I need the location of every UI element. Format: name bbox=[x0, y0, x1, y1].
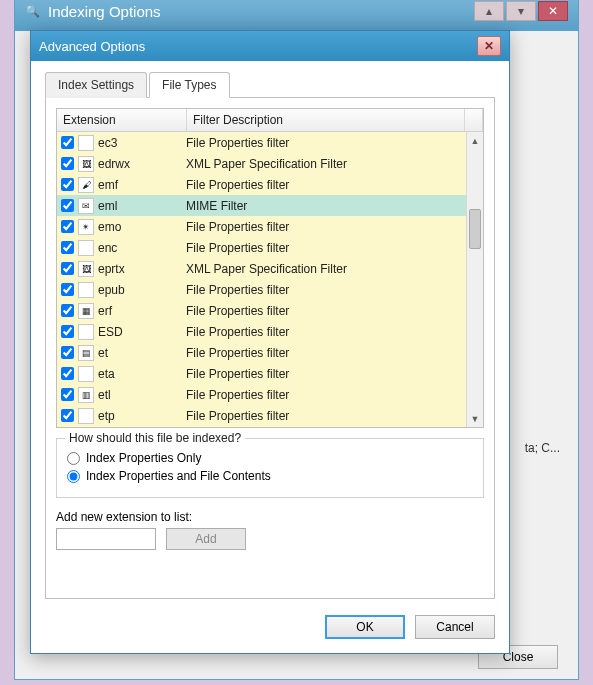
dialog-footer: OK Cancel bbox=[31, 605, 509, 653]
row-description: File Properties filter bbox=[178, 409, 483, 423]
row-checkbox[interactable] bbox=[61, 346, 74, 359]
row-description: XML Paper Specification Filter bbox=[178, 262, 483, 276]
tab-index-settings[interactable]: Index Settings bbox=[45, 72, 147, 98]
row-extension: etp bbox=[98, 409, 178, 423]
row-extension: ec3 bbox=[98, 136, 178, 150]
scroll-thumb[interactable] bbox=[469, 209, 481, 249]
row-description: File Properties filter bbox=[178, 325, 483, 339]
row-checkbox[interactable] bbox=[61, 304, 74, 317]
radio-properties-only-input[interactable] bbox=[67, 452, 80, 465]
row-checkbox[interactable] bbox=[61, 262, 74, 275]
row-extension: emf bbox=[98, 178, 178, 192]
row-extension: enc bbox=[98, 241, 178, 255]
tab-file-types[interactable]: File Types bbox=[149, 72, 229, 98]
search-icon: 🔍 bbox=[25, 4, 40, 18]
add-extension-input[interactable] bbox=[56, 528, 156, 550]
file-icon: 🖼 bbox=[78, 156, 94, 172]
row-extension: eta bbox=[98, 367, 178, 381]
row-checkbox[interactable] bbox=[61, 220, 74, 233]
list-item[interactable]: ▤etFile Properties filter bbox=[57, 342, 483, 363]
row-description: XML Paper Specification Filter bbox=[178, 157, 483, 171]
add-extension-label: Add new extension to list: bbox=[56, 510, 484, 524]
file-icon: ▥ bbox=[78, 387, 94, 403]
row-checkbox[interactable] bbox=[61, 178, 74, 191]
list-item[interactable]: 🖌emfFile Properties filter bbox=[57, 174, 483, 195]
row-checkbox[interactable] bbox=[61, 325, 74, 338]
row-checkbox[interactable] bbox=[61, 367, 74, 380]
file-icon: ✉ bbox=[78, 198, 94, 214]
list-item[interactable]: ESDFile Properties filter bbox=[57, 321, 483, 342]
row-description: File Properties filter bbox=[178, 283, 483, 297]
row-checkbox[interactable] bbox=[61, 283, 74, 296]
row-extension: emo bbox=[98, 220, 178, 234]
scroll-track[interactable] bbox=[467, 149, 483, 410]
list-item[interactable]: ▦erfFile Properties filter bbox=[57, 300, 483, 321]
close-icon[interactable]: ✕ bbox=[477, 36, 501, 56]
file-icon bbox=[78, 240, 94, 256]
row-description: File Properties filter bbox=[178, 241, 483, 255]
row-extension: eprtx bbox=[98, 262, 178, 276]
truncated-text: ta; C... bbox=[525, 441, 560, 455]
radio-properties-only-label: Index Properties Only bbox=[86, 451, 201, 465]
list-item[interactable]: etpFile Properties filter bbox=[57, 405, 483, 426]
row-extension: etl bbox=[98, 388, 178, 402]
scrollbar[interactable]: ▲ ▼ bbox=[466, 132, 483, 427]
row-extension: ESD bbox=[98, 325, 178, 339]
row-extension: erf bbox=[98, 304, 178, 318]
row-checkbox[interactable] bbox=[61, 388, 74, 401]
row-checkbox[interactable] bbox=[61, 241, 74, 254]
ok-button[interactable]: OK bbox=[325, 615, 405, 639]
row-checkbox[interactable] bbox=[61, 199, 74, 212]
radio-properties-and-contents[interactable]: Index Properties and File Contents bbox=[67, 469, 473, 483]
column-extension[interactable]: Extension bbox=[57, 109, 187, 131]
row-description: File Properties filter bbox=[178, 178, 483, 192]
advanced-options-dialog: Advanced Options ✕ Index Settings File T… bbox=[30, 30, 510, 654]
list-item[interactable]: ec3File Properties filter bbox=[57, 132, 483, 153]
radio-properties-and-contents-label: Index Properties and File Contents bbox=[86, 469, 271, 483]
file-icon bbox=[78, 366, 94, 382]
list-item[interactable]: ✉emlMIME Filter bbox=[57, 195, 483, 216]
scroll-down-icon[interactable]: ▼ bbox=[467, 410, 483, 427]
list-item[interactable]: ✴emoFile Properties filter bbox=[57, 216, 483, 237]
file-icon bbox=[78, 324, 94, 340]
list-item[interactable]: epubFile Properties filter bbox=[57, 279, 483, 300]
row-description: File Properties filter bbox=[178, 304, 483, 318]
parent-titlebar: 🔍 Indexing Options ▴ ▾ ✕ bbox=[15, 0, 578, 31]
add-button[interactable]: Add bbox=[166, 528, 246, 550]
file-types-list: Extension Filter Description ec3File Pro… bbox=[56, 108, 484, 428]
row-description: File Properties filter bbox=[178, 136, 483, 150]
file-icon bbox=[78, 408, 94, 424]
row-description: File Properties filter bbox=[178, 388, 483, 402]
row-checkbox[interactable] bbox=[61, 157, 74, 170]
row-description: MIME Filter bbox=[178, 199, 483, 213]
parent-window-controls: ▴ ▾ ✕ bbox=[474, 1, 568, 21]
cancel-button[interactable]: Cancel bbox=[415, 615, 495, 639]
maximize-button[interactable]: ▾ bbox=[506, 1, 536, 21]
close-button[interactable]: ✕ bbox=[538, 1, 568, 21]
tab-content: Extension Filter Description ec3File Pro… bbox=[45, 97, 495, 599]
row-checkbox[interactable] bbox=[61, 409, 74, 422]
row-description: File Properties filter bbox=[178, 367, 483, 381]
list-item[interactable]: ▥etlFile Properties filter bbox=[57, 384, 483, 405]
list-item[interactable]: 🖼eprtxXML Paper Specification Filter bbox=[57, 258, 483, 279]
list-item[interactable]: encFile Properties filter bbox=[57, 237, 483, 258]
list-item[interactable]: etaFile Properties filter bbox=[57, 363, 483, 384]
file-icon: 🖼 bbox=[78, 261, 94, 277]
row-extension: epub bbox=[98, 283, 178, 297]
row-extension: eml bbox=[98, 199, 178, 213]
radio-properties-and-contents-input[interactable] bbox=[67, 470, 80, 483]
radio-properties-only[interactable]: Index Properties Only bbox=[67, 451, 473, 465]
dialog-titlebar: Advanced Options ✕ bbox=[31, 31, 509, 61]
row-description: File Properties filter bbox=[178, 346, 483, 360]
minimize-button[interactable]: ▴ bbox=[474, 1, 504, 21]
file-icon bbox=[78, 135, 94, 151]
scroll-up-icon[interactable]: ▲ bbox=[467, 132, 483, 149]
list-body: ec3File Properties filter🖼edrwxXML Paper… bbox=[57, 132, 483, 427]
column-filter-description[interactable]: Filter Description bbox=[187, 109, 465, 131]
file-icon bbox=[78, 282, 94, 298]
list-item[interactable]: 🖼edrwxXML Paper Specification Filter bbox=[57, 153, 483, 174]
list-header: Extension Filter Description bbox=[57, 109, 483, 132]
groupbox-legend: How should this file be indexed? bbox=[65, 431, 245, 445]
row-description: File Properties filter bbox=[178, 220, 483, 234]
row-checkbox[interactable] bbox=[61, 136, 74, 149]
